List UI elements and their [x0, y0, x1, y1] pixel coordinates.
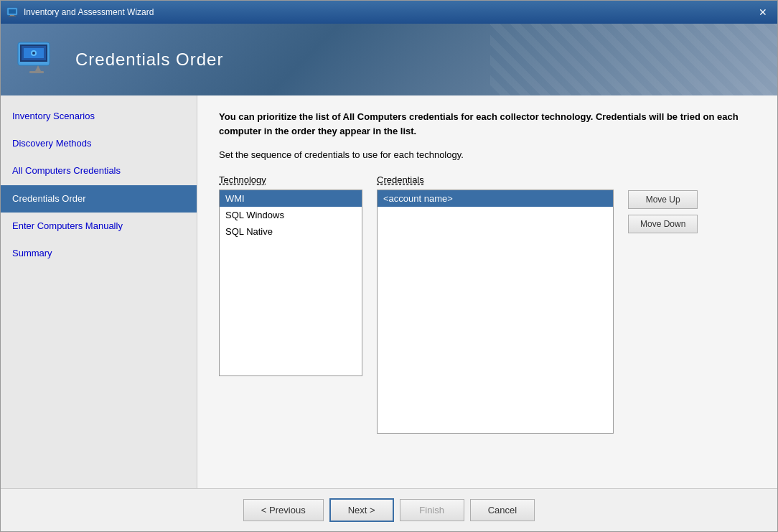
sidebar-item-summary[interactable]: Summary	[1, 240, 197, 267]
content-area: You can prioritize the list of All Compu…	[197, 95, 777, 488]
main-content: Inventory Scenarios Discovery Methods Al…	[1, 95, 777, 488]
sidebar-item-discovery-methods[interactable]: Discovery Methods	[1, 130, 197, 157]
svg-rect-1	[9, 9, 16, 14]
list-item[interactable]: <account name>	[378, 190, 613, 207]
previous-button[interactable]: < Previous	[243, 499, 324, 521]
list-item[interactable]: WMI	[220, 190, 362, 207]
list-item[interactable]: SQL Native	[220, 223, 362, 240]
app-icon	[6, 6, 18, 18]
technology-panel: Technology WMI SQL Windows SQL Native	[219, 174, 362, 376]
sidebar: Inventory Scenarios Discovery Methods Al…	[1, 95, 197, 488]
credentials-panel: Credentials <account name>	[377, 174, 614, 434]
svg-rect-3	[9, 16, 16, 17]
description-text: You can prioritize the list of All Compu…	[219, 110, 756, 138]
sidebar-item-enter-computers-manually[interactable]: Enter Computers Manually	[1, 213, 197, 240]
wizard-window: Inventory and Assessment Wizard ✕ Creden…	[0, 0, 778, 532]
move-down-button[interactable]: Move Down	[628, 215, 698, 233]
close-button[interactable]: ✕	[754, 6, 772, 19]
title-bar-left: Inventory and Assessment Wizard	[6, 6, 154, 18]
action-buttons: Move Up Move Down	[628, 190, 698, 233]
svg-marker-8	[35, 65, 41, 71]
panels-row: Technology WMI SQL Windows SQL Native	[219, 174, 756, 434]
credentials-label: Credentials	[377, 174, 614, 185]
cancel-button[interactable]: Cancel	[470, 499, 535, 521]
sidebar-item-inventory-scenarios[interactable]: Inventory Scenarios	[1, 103, 197, 130]
sub-description: Set the sequence of credentials to use f…	[219, 149, 756, 160]
technology-listbox[interactable]: WMI SQL Windows SQL Native	[219, 190, 362, 376]
svg-rect-9	[29, 71, 44, 73]
header-banner: Credentials Order	[1, 24, 777, 95]
sidebar-item-all-computers-credentials[interactable]: All Computers Credentials	[1, 157, 197, 185]
title-bar: Inventory and Assessment Wizard ✕	[1, 1, 777, 24]
footer: < Previous Next > Finish Cancel	[1, 488, 777, 531]
credentials-listbox[interactable]: <account name>	[377, 190, 614, 434]
page-title: Credentials Order	[75, 50, 223, 70]
window-title: Inventory and Assessment Wizard	[24, 7, 154, 17]
technology-label: Technology	[219, 174, 362, 185]
move-up-button[interactable]: Move Up	[628, 190, 698, 209]
finish-button[interactable]: Finish	[400, 499, 464, 521]
header-icon	[15, 37, 61, 83]
sidebar-item-credentials-order[interactable]: Credentials Order	[1, 185, 197, 213]
svg-point-11	[32, 52, 35, 55]
list-item[interactable]: SQL Windows	[220, 207, 362, 223]
next-button[interactable]: Next >	[329, 498, 394, 522]
